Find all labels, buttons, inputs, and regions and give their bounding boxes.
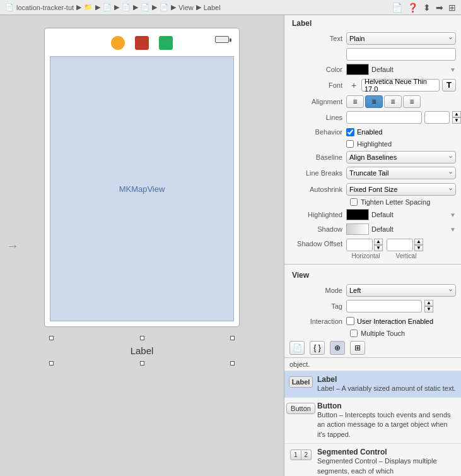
palette-item-button[interactable]: Button Button Button – Intercepts touch …: [284, 398, 461, 444]
handle-top-center[interactable]: [140, 336, 144, 340]
autoshrink-prop-row: Autoshrink Fixed Font Size Minimum Font …: [284, 181, 461, 197]
align-justify-button[interactable]: ≡: [403, 95, 421, 108]
font-t-button[interactable]: T: [442, 79, 456, 92]
tag-stepper-buttons: ▲ ▼: [424, 300, 433, 312]
breadcrumb-label[interactable]: Label: [204, 4, 221, 11]
tighten-label: Tighten Letter Spacing: [361, 198, 430, 206]
shadow-offset-v-input[interactable]: -1: [387, 239, 413, 251]
font-name-box[interactable]: Helvetica Neue Thin 17.0: [361, 79, 440, 92]
autoshrink-control: Fixed Font Size Minimum Font Size Minimu…: [346, 183, 456, 196]
mode-select-wrapper: Left Scale To Fill Aspect Fit Aspect Fil…: [346, 284, 456, 297]
toolbar-doc-icon[interactable]: 📄: [392, 3, 402, 13]
behavior-label: Behavior: [289, 128, 346, 136]
palette-braces-button[interactable]: { }: [310, 341, 325, 355]
shadow-text: Default: [371, 225, 394, 233]
alignment-prop-row: Alignment ≡ ≡ ≡ ≡: [284, 93, 461, 109]
handle-top-left[interactable]: [49, 336, 54, 340]
multiple-touch-label: Multiple Touch: [361, 330, 405, 337]
color-swatch[interactable]: [346, 64, 369, 75]
handle-top-right[interactable]: [230, 336, 235, 340]
lines-stepper-up[interactable]: ▲: [452, 111, 461, 117]
behavior-enabled-checkbox[interactable]: [346, 128, 354, 136]
lines-stepper-down[interactable]: ▼: [452, 117, 461, 124]
tag-input[interactable]: 0: [346, 300, 422, 312]
tag-stepper-down[interactable]: ▼: [424, 306, 433, 312]
text-value-control: Label: [346, 48, 456, 61]
shadow-offset-sub-labels: Horizontal Vertical: [346, 253, 456, 259]
palette-truncated-text: object.: [284, 358, 461, 371]
phone-frame: MKMapView: [44, 28, 240, 327]
align-right-button[interactable]: ≡: [384, 95, 402, 108]
toolbar-arrows-icon[interactable]: ⬍: [423, 3, 431, 13]
map-view: MKMapView: [50, 56, 234, 321]
lines-input[interactable]: [346, 111, 422, 124]
breadcrumb-sep-7: ▶: [196, 3, 201, 11]
label-section: Label: [44, 330, 240, 372]
shadow-label: Shadow: [289, 225, 346, 233]
shadow-offset-label: Shadow Offset: [289, 239, 346, 247]
color-dropdown-arrow: ▼: [450, 66, 456, 73]
tag-stepper: 0 ▲ ▼: [346, 300, 433, 312]
palette-segmented-icon: 1 2: [289, 448, 312, 461]
shadow-offset-h-field: 0 ▲ ▼: [346, 239, 383, 251]
bottom-resize-handles: [49, 361, 235, 366]
tighten-checkbox[interactable]: [350, 198, 358, 206]
autoshrink-select-wrapper: Fixed Font Size Minimum Font Size Minimu…: [346, 183, 456, 196]
lines-value-input[interactable]: 3: [424, 111, 450, 124]
highlighted-text: Default: [371, 211, 394, 218]
breadcrumb-file-icon-4: 📄: [160, 3, 168, 11]
align-center-button[interactable]: ≡: [365, 95, 383, 108]
shadow-offset-v-label: Vertical: [388, 253, 424, 259]
breadcrumb-project[interactable]: location-tracker-tut: [16, 4, 74, 11]
breadcrumb-file-icon-3: 📄: [141, 3, 149, 11]
behavior-enabled-label: Enabled: [357, 128, 382, 136]
main-area: → MKMapView Label: [0, 15, 461, 476]
autoshrink-select[interactable]: Fixed Font Size Minimum Font Size Minimu…: [346, 183, 456, 196]
breadcrumb-folder-icon: 📁: [84, 3, 93, 11]
baseline-select[interactable]: Align Baselines Align Centers Align Tops: [346, 151, 456, 164]
text-value-input[interactable]: Label: [346, 48, 456, 61]
toolbar-help-icon[interactable]: ❓: [407, 3, 418, 13]
tag-stepper-up[interactable]: ▲: [424, 300, 433, 306]
handle-bottom-right[interactable]: [230, 361, 235, 366]
mode-select[interactable]: Left Scale To Fill Aspect Fit Aspect Fil…: [346, 284, 456, 297]
palette-doc-button[interactable]: 📄: [289, 341, 305, 355]
font-plus-button[interactable]: +: [349, 79, 359, 92]
toolbar-forward-icon[interactable]: ➡: [436, 3, 443, 13]
palette-grid-button[interactable]: ⊞: [350, 341, 365, 355]
shadow-offset-h-up[interactable]: ▲: [374, 239, 383, 245]
align-left-button[interactable]: ≡: [346, 95, 364, 108]
handle-bottom-left[interactable]: [49, 361, 54, 366]
behavior-highlighted-checkbox[interactable]: [346, 140, 354, 148]
palette-item-label[interactable]: Label Label Label – A variably sized amo…: [284, 371, 461, 398]
section-divider-1: [284, 264, 461, 265]
line-breaks-select-wrapper: Truncate Tail Truncate Head Truncate Mid…: [346, 167, 456, 179]
shadow-offset-h-input[interactable]: 0: [346, 239, 373, 251]
label-text-row: Label: [49, 343, 235, 359]
shadow-offset-v-down[interactable]: ▼: [414, 245, 423, 251]
handle-bottom-center[interactable]: [140, 361, 144, 366]
palette-item-segmented[interactable]: 1 2 Segmented Control Segmented Control …: [284, 444, 461, 476]
text-type-select[interactable]: Plain Attributed: [346, 32, 456, 45]
line-breaks-control: Truncate Tail Truncate Head Truncate Mid…: [346, 167, 456, 179]
behavior-highlighted-label: Highlighted: [357, 140, 392, 148]
canvas-area: → MKMapView Label: [0, 15, 284, 476]
user-interaction-checkbox[interactable]: [346, 317, 354, 325]
shadow-offset-v-up[interactable]: ▲: [414, 239, 423, 245]
toolbar-grid-icon[interactable]: ⊞: [448, 3, 456, 13]
phone-top-bar: [50, 33, 234, 52]
breadcrumb-view[interactable]: View: [178, 4, 194, 11]
shadow-swatch[interactable]: [346, 223, 369, 235]
shadow-offset-h-down[interactable]: ▼: [374, 245, 383, 251]
view-section-title: View: [284, 267, 461, 282]
palette-circle-button[interactable]: ⊕: [330, 341, 345, 355]
line-breaks-select[interactable]: Truncate Tail Truncate Head Truncate Mid…: [346, 167, 456, 179]
tag-label: Tag: [289, 302, 346, 310]
shadow-offset-h-stepper: ▲ ▼: [374, 239, 383, 251]
interaction-control: User Interaction Enabled: [346, 317, 456, 325]
highlighted-swatch[interactable]: [346, 209, 369, 220]
multiple-touch-checkbox[interactable]: [350, 330, 358, 337]
map-view-label: MKMapView: [119, 184, 165, 194]
tag-control: 0 ▲ ▼: [346, 300, 456, 312]
color-text: Default: [371, 66, 394, 73]
